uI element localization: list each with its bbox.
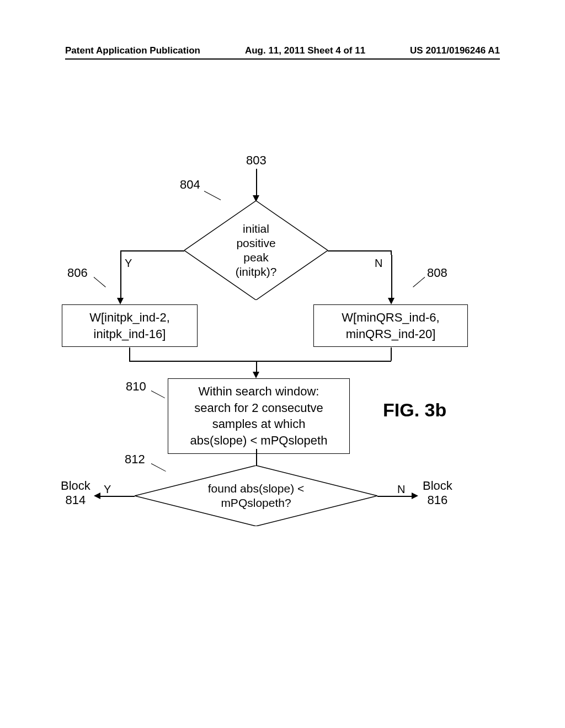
arrow-down-icon: [117, 298, 124, 304]
page-header: Patent Application Publication Aug. 11, …: [65, 45, 500, 56]
connector: [256, 169, 257, 196]
connector: [391, 255, 392, 299]
header-right: US 2011/0196246 A1: [410, 45, 500, 56]
process-808: W[minQRS_ind-6, minQRS_ind-20]: [313, 304, 468, 347]
arrow-down-icon: [388, 298, 395, 304]
process-810-text: Within search window: search for 2 conse…: [190, 384, 328, 447]
label-yes: Y: [125, 257, 132, 270]
header-left: Patent Application Publication: [65, 45, 200, 56]
connector-elbow: [391, 250, 392, 255]
connector: [99, 496, 135, 497]
ref-810: 810: [126, 379, 146, 394]
connector: [120, 250, 184, 251]
ref-808: 808: [427, 266, 447, 280]
header-rule: [65, 58, 500, 60]
label-no-2: N: [397, 483, 405, 496]
leader-line: [204, 191, 221, 200]
connector: [391, 347, 392, 361]
process-810: Within search window: search for 2 conse…: [168, 378, 350, 454]
header-center: Aug. 11, 2011 Sheet 4 of 11: [245, 45, 365, 56]
decision-initpk-text: initial positive peak (initpk)?: [184, 201, 328, 300]
connector: [256, 361, 257, 373]
arrow-down-icon: [253, 372, 259, 378]
connector: [377, 496, 413, 497]
connector: [256, 449, 257, 465]
ref-block-816: Block 816: [423, 479, 452, 507]
process-808-text: W[minQRS_ind-6, minQRS_ind-20]: [342, 311, 439, 341]
ref-812: 812: [125, 452, 145, 467]
arrow-right-icon: [412, 493, 418, 499]
connector-elbow: [120, 250, 121, 255]
ref-804: 804: [180, 178, 200, 192]
leader-line: [151, 390, 165, 398]
ref-block-814: Block 814: [61, 479, 90, 507]
decision-slope: found abs(slope) < mPQslopeth?: [135, 465, 377, 526]
connector: [328, 250, 392, 251]
ref-806: 806: [67, 266, 88, 280]
connector: [120, 255, 121, 299]
figure-title: FIG. 3b: [383, 399, 446, 421]
arrow-left-icon: [94, 493, 100, 499]
connector: [129, 361, 391, 362]
decision-initpk: initial positive peak (initpk)?: [184, 201, 328, 300]
connector: [129, 347, 130, 361]
process-806: W[initpk_ind-2, initpk_ind-16]: [62, 304, 198, 347]
label-yes-2: Y: [104, 483, 111, 496]
leader-line: [413, 277, 425, 287]
label-no: N: [375, 257, 382, 270]
flowchart: 803 804 initial positive peak (initpk)? …: [65, 154, 500, 651]
ref-803: 803: [246, 153, 266, 168]
leader-line: [94, 277, 106, 287]
decision-slope-text: found abs(slope) < mPQslopeth?: [135, 465, 377, 526]
process-806-text: W[initpk_ind-2, initpk_ind-16]: [89, 311, 170, 341]
